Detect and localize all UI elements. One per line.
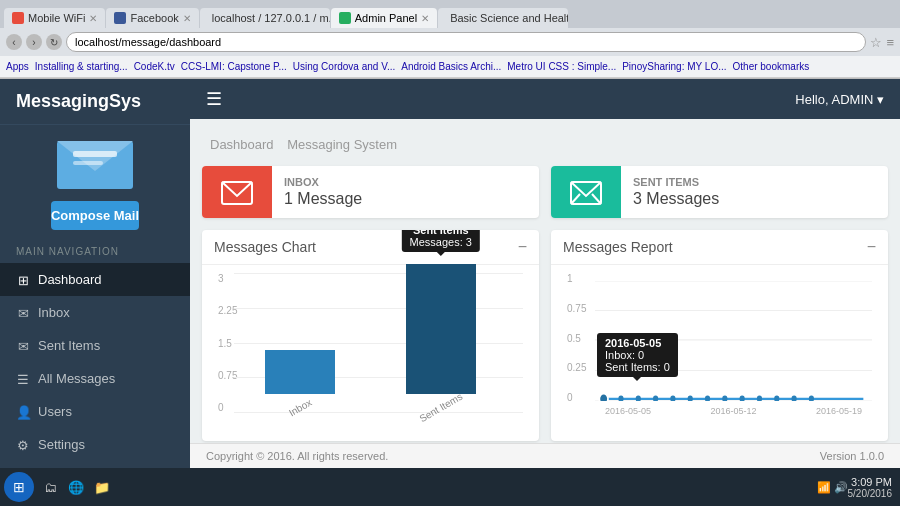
hamburger-button[interactable]: ☰ — [206, 88, 222, 110]
forward-button[interactable]: › — [26, 34, 42, 50]
sidebar-brand: MessagingSys — [0, 79, 190, 125]
svg-point-24 — [791, 396, 796, 401]
sent-card-body: SENT ITEMS 3 Messages — [621, 166, 731, 218]
sidebar-item-dashboard-label: Dashboard — [38, 272, 102, 287]
compose-button[interactable]: Compose Mail — [51, 201, 139, 230]
taskbar-tray: 📶 🔊 — [817, 481, 848, 494]
bar-inbox-label: Inbox — [287, 397, 314, 419]
taskbar-clock: 3:09 PM 5/20/2016 — [848, 476, 893, 499]
messages-chart-minimize[interactable]: − — [518, 238, 527, 256]
bookmark-codektv[interactable]: CodeK.tv — [134, 61, 175, 72]
sidebar-item-all-messages[interactable]: ☰ All Messages — [0, 362, 190, 395]
all-messages-icon: ☰ — [16, 372, 30, 386]
bar-sent-bar[interactable]: Sent Items Messages: 3 — [406, 264, 476, 394]
bookmark-metro[interactable]: Metro UI CSS : Simple... — [507, 61, 616, 72]
tab-basic-science[interactable]: Basic Science and Health... ✕ — [438, 8, 568, 28]
sidebar-item-settings-label: Settings — [38, 437, 85, 452]
taskbar-icon-1[interactable]: 🗂 — [38, 475, 62, 499]
svg-point-21 — [740, 396, 745, 401]
footer-version: Version 1.0.0 — [820, 450, 884, 462]
menu-button[interactable]: ≡ — [886, 35, 894, 50]
dashboard-icon: ⊞ — [16, 273, 30, 287]
messages-report-minimize[interactable]: − — [867, 238, 876, 256]
settings-icon: ⚙ — [16, 438, 30, 452]
taskbar-icon-2[interactable]: 🌐 — [64, 475, 88, 499]
messages-chart-body: 3 2.25 1.5 0.75 0 — [202, 265, 539, 441]
messages-chart-title: Messages Chart — [214, 239, 316, 255]
sidebar-logo-area: Compose Mail — [0, 125, 190, 240]
bookmark-android[interactable]: Android Basics Archi... — [401, 61, 501, 72]
svg-rect-2 — [73, 151, 117, 157]
browser-chrome: Mobile WiFi ✕ Facebook ✕ localhost / 127… — [0, 0, 900, 79]
bar-chart-yaxis: 3 2.25 1.5 0.75 0 — [218, 273, 237, 413]
sidebar-item-inbox[interactable]: ✉ Inbox — [0, 296, 190, 329]
bar-inbox: Inbox — [265, 350, 335, 413]
stat-card-inbox: INBOX 1 Message — [202, 166, 539, 218]
tray-network-icon: 📶 — [817, 481, 831, 494]
sidebar-item-all-messages-label: All Messages — [38, 371, 115, 386]
line-chart-area: 1 0.75 0.5 0.25 0 — [559, 273, 880, 433]
sidebar-item-sent-items[interactable]: ✉ Sent Items — [0, 329, 190, 362]
line-chart-xaxis: 2016-05-05 2016-05-12 2016-05-19 — [595, 406, 872, 416]
main-content: ☰ Hello, ADMIN ▾ Dashboard Messaging Sys… — [190, 79, 900, 468]
url-input[interactable] — [66, 32, 866, 52]
bookmark-cordova[interactable]: Using Cordova and V... — [293, 61, 395, 72]
tab-bar: Mobile WiFi ✕ Facebook ✕ localhost / 127… — [0, 0, 900, 28]
taskbar-icon-3[interactable]: 📁 — [90, 475, 114, 499]
app-wrapper: MessagingSys Compose Mail MAIN NAVIGATIO… — [0, 79, 900, 468]
svg-point-18 — [688, 396, 693, 401]
svg-point-14 — [618, 396, 623, 401]
bookmark-apps[interactable]: Apps — [6, 61, 29, 72]
svg-point-22 — [757, 396, 762, 401]
reload-button[interactable]: ↻ — [46, 34, 62, 50]
bookmark-installing[interactable]: Installing & starting... — [35, 61, 128, 72]
tab-localhost[interactable]: localhost / 127.0.0.1 / m... ✕ — [200, 8, 330, 28]
messages-chart-panel: Messages Chart − 3 2.25 1.5 0.75 0 — [202, 230, 539, 441]
sidebar-item-dashboard[interactable]: ⊞ Dashboard — [0, 263, 190, 296]
back-button[interactable]: ‹ — [6, 34, 22, 50]
chart-panels: Messages Chart − 3 2.25 1.5 0.75 0 — [202, 230, 888, 441]
address-bar: ‹ › ↻ ☆ ≡ — [0, 28, 900, 56]
bookmark-other[interactable]: Other bookmarks — [733, 61, 810, 72]
svg-point-23 — [774, 396, 779, 401]
inbox-card-value: 1 Message — [284, 190, 362, 208]
stat-card-sent: SENT ITEMS 3 Messages — [551, 166, 888, 218]
sidebar-compose: Compose Mail — [35, 191, 155, 240]
inbox-card-title: INBOX — [284, 176, 362, 188]
sent-card-title: SENT ITEMS — [633, 176, 719, 188]
svg-line-7 — [592, 194, 601, 204]
sent-items-icon: ✉ — [16, 339, 30, 353]
tab-admin-panel[interactable]: Admin Panel ✕ — [331, 8, 437, 28]
content-area: Dashboard Messaging System INBOX 1 Messa… — [190, 119, 900, 443]
tab-facebook[interactable]: Facebook ✕ — [106, 8, 198, 28]
svg-point-16 — [653, 396, 658, 401]
tab-mobile-wifi[interactable]: Mobile WiFi ✕ — [4, 8, 105, 28]
svg-point-26 — [599, 393, 608, 401]
inbox-card-body: INBOX 1 Message — [272, 166, 374, 218]
page-title: Dashboard Messaging System — [202, 131, 888, 154]
sidebar-item-users-label: Users — [38, 404, 72, 419]
bookmark-pinoy[interactable]: PinoySharing: MY LO... — [622, 61, 726, 72]
sidebar-item-users[interactable]: 👤 Users — [0, 395, 190, 428]
sidebar-item-settings[interactable]: ⚙ Settings — [0, 428, 190, 461]
messages-report-panel: Messages Report − 1 0.75 0.5 0.25 0 — [551, 230, 888, 441]
bookmark-ccs[interactable]: CCS-LMI: Capstone P... — [181, 61, 287, 72]
stat-cards: INBOX 1 Message SENT ITEMS — [202, 166, 888, 218]
bar-inbox-bar[interactable] — [265, 350, 335, 394]
svg-point-15 — [636, 396, 641, 401]
bar-sent-label: Sent Items — [417, 391, 464, 424]
tray-volume-icon: 🔊 — [834, 481, 848, 494]
start-button[interactable]: ⊞ — [4, 472, 34, 502]
sidebar: MessagingSys Compose Mail MAIN NAVIGATIO… — [0, 79, 190, 468]
hello-admin[interactable]: Hello, ADMIN ▾ — [795, 92, 884, 107]
bar-chart: 3 2.25 1.5 0.75 0 — [210, 273, 531, 433]
sent-card-icon — [551, 166, 621, 218]
nav-label: MAIN NAVIGATION — [0, 240, 190, 263]
inbox-card-icon — [202, 166, 272, 218]
sidebar-item-sent-items-label: Sent Items — [38, 338, 100, 353]
messages-report-header: Messages Report − — [551, 230, 888, 265]
bookmark-star[interactable]: ☆ — [870, 35, 882, 50]
sidebar-item-inbox-label: Inbox — [38, 305, 70, 320]
bookmarks-bar: Apps Installing & starting... CodeK.tv C… — [0, 56, 900, 78]
users-icon: 👤 — [16, 405, 30, 419]
